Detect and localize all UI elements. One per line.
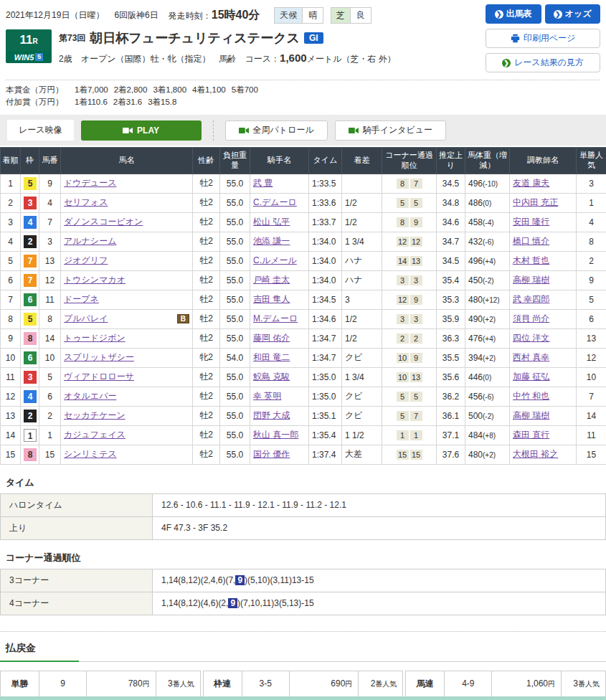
race-title: 朝日杯フューチュリティステークス (90, 29, 300, 47)
prize-value: 1,100 (205, 85, 226, 94)
corner-position-box: 1 (397, 430, 409, 440)
patrol-video-button[interactable]: 全周パトロール (225, 120, 328, 141)
trainer-link[interactable]: 森田 直行 (513, 430, 549, 440)
time-cell: 1:34.7 (309, 348, 342, 367)
trainer-link[interactable]: 武 幸四郎 (513, 294, 549, 304)
horse-link[interactable]: プルパレイ (64, 313, 108, 325)
corner-order-cell: 1515 (382, 445, 437, 464)
corner-order-cell: 57 (382, 406, 437, 425)
trainer-cell: 橋口 慎介 (510, 232, 577, 251)
horse-number-cell: 3 (39, 232, 61, 251)
payout-table: 枠連3-5690円2番人気ワイド4-9420円3番人気7-91,070円11番人… (203, 671, 404, 700)
column-header: 騎手名 (250, 148, 309, 174)
last-3f-cell: 37.1 (437, 425, 465, 445)
arrow-circle-icon: ❯ (502, 59, 511, 67)
trainer-link[interactable]: 木村 哲也 (513, 255, 549, 265)
sex-age-cell: 牡2 (193, 232, 220, 251)
jockey-interview-button[interactable]: 騎手インタビュー (335, 120, 446, 141)
horse-link[interactable]: ダノンスコーピオン (64, 216, 143, 228)
corner-order-cell: 89 (382, 212, 437, 232)
finish-position-cell: 14 (1, 425, 21, 445)
jockey-link[interactable]: 池添 謙一 (253, 236, 290, 246)
horse-number-cell: 8 (39, 309, 61, 328)
carried-weight-cell: 55.0 (220, 406, 250, 425)
horse-link[interactable]: ヴィアドロローサ (64, 371, 134, 383)
finish-position-cell: 1 (1, 174, 21, 193)
trainer-link[interactable]: 大根田 裕之 (513, 449, 558, 459)
trainer-link[interactable]: 中内田 充正 (513, 197, 558, 207)
trainer-link[interactable]: 友道 康夫 (513, 178, 549, 188)
margin-cell: 1 3/4 (342, 232, 382, 251)
margin-cell: ハナ (342, 270, 382, 290)
jockey-link[interactable]: C.デムーロ (253, 197, 297, 207)
trainer-link[interactable]: 高柳 瑞樹 (513, 275, 549, 285)
trainer-link[interactable]: 加藤 征弘 (513, 372, 549, 382)
jockey-link[interactable]: 鮫島 克駿 (253, 372, 290, 382)
finish-position-cell: 10 (1, 348, 21, 367)
horse-link[interactable]: ドーブネ (64, 293, 99, 306)
trainer-link[interactable]: 須貝 尚介 (513, 313, 549, 323)
horse-link[interactable]: スプリットザシー (64, 351, 134, 364)
corner-order-cell: 22 (382, 328, 437, 348)
corner-row: 3コーナー1,14(8,12)(2,4,6)(7,9)(5,10)(3,11)1… (1, 569, 606, 592)
horse-link[interactable]: アルナシーム (64, 235, 116, 247)
jockey-link[interactable]: 藤岡 佑介 (253, 333, 290, 343)
column-header: タイム (309, 148, 342, 174)
race-meeting: 6回阪神6日 (114, 9, 158, 22)
odds-button[interactable]: ❯ オッズ (545, 4, 601, 24)
finish-position-cell: 12 (1, 387, 21, 406)
favorite-rank-cell: 15 (577, 445, 606, 464)
frame-cell: 1 (21, 425, 39, 445)
jockey-link[interactable]: 武 豊 (253, 178, 273, 188)
column-header: 調教師名 (510, 148, 577, 174)
jockey-link[interactable]: 和田 竜二 (253, 352, 290, 362)
jockey-link[interactable]: 戸崎 圭太 (253, 275, 290, 285)
horse-link[interactable]: オタルエバー (64, 390, 116, 402)
favorite-rank-cell: 4 (577, 212, 606, 232)
carried-weight-cell: 55.0 (220, 251, 250, 270)
horse-link[interactable]: ドウデュース (64, 177, 116, 189)
trainer-link[interactable]: 西村 真幸 (513, 352, 549, 362)
horse-link[interactable]: トウシンマカオ (64, 274, 126, 286)
jockey-link[interactable]: 吉田 隼人 (253, 294, 290, 304)
body-weight-cell: 500(-2) (465, 406, 510, 425)
carried-weight-cell: 55.0 (220, 212, 250, 232)
trainer-link[interactable]: 中竹 和也 (513, 391, 549, 401)
corner-order-cell: 109 (382, 348, 437, 367)
frame-number-badge: 6 (24, 293, 37, 306)
finish-position-cell: 6 (1, 270, 21, 290)
horse-link[interactable]: カジュフェイス (64, 429, 126, 441)
trainer-link[interactable]: 四位 洋文 (513, 333, 549, 343)
time-section-title: タイム (0, 476, 606, 493)
horse-link[interactable]: トゥードジボン (64, 332, 126, 344)
results-guide-button[interactable]: ❯ レース結果の見方 (486, 53, 600, 72)
print-page-button[interactable]: 印刷用ページ (486, 29, 600, 48)
horse-name-cell: セッカチケーン (61, 406, 193, 425)
jockey-link[interactable]: 団野 大成 (253, 410, 290, 420)
frame-cell: 5 (21, 174, 39, 193)
trainer-link[interactable]: 安田 隆行 (513, 217, 549, 227)
sex-age-cell: 牝2 (193, 348, 220, 367)
favorite-rank-cell: 11 (577, 425, 606, 445)
margin-cell: クビ (342, 406, 382, 425)
jockey-link[interactable]: M.デムーロ (253, 313, 298, 323)
jockey-link[interactable]: 幸 英明 (253, 391, 281, 401)
last-3f-cell: 34.5 (437, 174, 465, 193)
body-weight-cell: 496(+4) (465, 251, 510, 270)
favorite-rank-cell: 13 (577, 328, 606, 348)
jockey-link[interactable]: 秋山 真一郎 (253, 430, 298, 440)
play-button[interactable]: PLAY (81, 120, 202, 141)
horse-link[interactable]: セッカチケーン (64, 410, 126, 422)
jockey-link[interactable]: 松山 弘平 (253, 217, 290, 227)
finish-position-cell: 3 (1, 212, 21, 232)
sex-age-cell: 牡2 (193, 174, 220, 193)
jockey-link[interactable]: 国分 優作 (253, 449, 290, 459)
horse-link[interactable]: シンリミテス (64, 448, 117, 460)
entries-button[interactable]: ❯ 出馬表 (486, 4, 541, 24)
trainer-link[interactable]: 高柳 瑞樹 (513, 410, 549, 420)
jockey-link[interactable]: C.ルメール (253, 255, 297, 265)
trainer-link[interactable]: 橋口 慎介 (513, 236, 549, 246)
horse-link[interactable]: ジオグリフ (64, 255, 108, 267)
horse-link[interactable]: セリフォス (64, 197, 108, 209)
finish-position-cell: 13 (1, 406, 21, 425)
